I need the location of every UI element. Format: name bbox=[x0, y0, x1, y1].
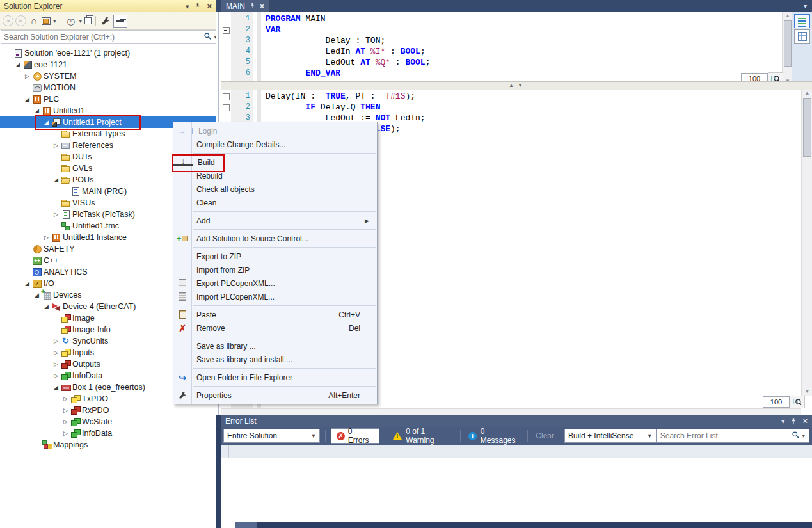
menu-item-save-as-library-and-install[interactable]: Save as library and install ... bbox=[173, 353, 377, 366]
expander-collapsed-icon[interactable]: ▷ bbox=[52, 349, 60, 356]
menu-item-add-solution-to-source-control[interactable]: +Add Solution to Source Control... bbox=[173, 232, 377, 245]
tree-item-untitled1[interactable]: ◢Untitled1 bbox=[0, 105, 216, 116]
tree-item-eoe-1121[interactable]: ◢eoe-1121 bbox=[0, 59, 216, 70]
code-line[interactable]: 1Delay(IN := TRUE, PT := T#1S); bbox=[221, 91, 812, 102]
forward-icon[interactable]: ▸ bbox=[15, 15, 26, 26]
code-line[interactable]: 2VAR bbox=[221, 24, 812, 35]
search-solution-explorer-input[interactable]: Search Solution Explorer (Ctrl+;) ▾ bbox=[1, 30, 221, 44]
tree-item-wcstate[interactable]: ▷WcState bbox=[0, 416, 216, 428]
tree-item-solution-eoe-1121-1-project[interactable]: Solution 'eoe-1121' (1 project) bbox=[0, 47, 216, 59]
dropdown-icon[interactable]: ▾ bbox=[53, 18, 56, 24]
expander-collapsed-icon[interactable]: ▷ bbox=[61, 396, 70, 402]
code-line[interactable]: 3 Delay : TON; bbox=[221, 35, 812, 46]
search-dropdown-icon[interactable]: ▾ bbox=[802, 433, 805, 439]
expander-collapsed-icon[interactable]: ▷ bbox=[52, 372, 60, 379]
menu-item-import-from-zip[interactable]: Import from ZIP bbox=[173, 263, 377, 276]
expander-expanded-icon[interactable]: ◢ bbox=[52, 177, 60, 183]
code-line[interactable]: 5 LedOut AT %Q* : BOOL; bbox=[221, 57, 812, 68]
expander-collapsed-icon[interactable]: ▷ bbox=[61, 407, 70, 413]
expander-expanded-icon[interactable]: ◢ bbox=[42, 119, 51, 125]
search-icon[interactable] bbox=[203, 32, 212, 42]
clear-button[interactable]: Clear bbox=[536, 431, 554, 440]
code-line[interactable]: 4 LedIn AT %I* : BOOL; bbox=[221, 46, 812, 57]
menu-item-export-plcopenxml[interactable]: Export PLCopenXML... bbox=[173, 276, 377, 290]
tree-item-system[interactable]: ▷SYSTEM bbox=[0, 70, 216, 82]
pin-icon[interactable] bbox=[195, 3, 201, 10]
close-icon[interactable]: × bbox=[207, 3, 212, 10]
tree-item-mappings[interactable]: Mappings bbox=[0, 439, 216, 451]
menu-item-properties[interactable]: PropertiesAlt+Enter bbox=[173, 388, 377, 402]
code-line[interactable]: 2 IF Delay.Q THEN bbox=[221, 102, 812, 113]
search-error-list-input[interactable]: Search Error List ▾ bbox=[657, 429, 809, 443]
scrollbar-thumb[interactable] bbox=[803, 98, 811, 157]
expander-collapsed-icon[interactable]: ▷ bbox=[52, 142, 60, 148]
menu-item-login[interactable]: →Login bbox=[173, 124, 377, 138]
window-dropdown-icon[interactable]: ▾ bbox=[186, 3, 189, 10]
expander-collapsed-icon[interactable]: ▷ bbox=[61, 419, 70, 425]
errors-filter-button[interactable]: ✗ 0 Errors bbox=[331, 428, 379, 444]
menu-item-compile-change-details[interactable]: Compile Change Details... bbox=[173, 138, 377, 151]
menu-item-save-as-library[interactable]: Save as library ... bbox=[173, 339, 377, 353]
editor-declaration-pane[interactable]: 1PROGRAM MAIN2VAR3 Delay : TON;4 LedIn A… bbox=[221, 12, 812, 81]
tab-main[interactable]: MAIN × bbox=[221, 0, 269, 12]
splitter-down-icon[interactable]: ▼ bbox=[518, 83, 523, 88]
menu-item-import-plcopenxml[interactable]: Import PLCopenXML... bbox=[173, 290, 377, 303]
expander-collapsed-icon[interactable]: ▷ bbox=[52, 211, 60, 218]
expander-expanded-icon[interactable]: ◢ bbox=[52, 384, 60, 390]
expander-collapsed-icon[interactable]: ▷ bbox=[42, 234, 51, 241]
window-dropdown-icon[interactable]: ▾ bbox=[781, 418, 785, 424]
search-icon[interactable] bbox=[792, 431, 800, 441]
menu-item-export-to-zip[interactable]: Export to ZIP bbox=[173, 250, 377, 263]
table-view-button[interactable] bbox=[794, 29, 810, 44]
zoom-magnifier-icon[interactable] bbox=[790, 396, 805, 408]
menu-item-open-folder-in-file-explorer[interactable]: ↪Open Folder in File Explorer bbox=[173, 371, 377, 384]
code-line[interactable]: 6 END_VAR bbox=[221, 68, 812, 79]
splitter-up-icon[interactable]: ▲ bbox=[509, 83, 514, 88]
zoom-level-input[interactable]: 100 bbox=[763, 396, 790, 408]
expander-expanded-icon[interactable]: ◢ bbox=[23, 96, 31, 102]
scroll-down-icon[interactable]: ▼ bbox=[802, 388, 812, 396]
menu-item-remove[interactable]: ✗RemoveDel bbox=[173, 321, 377, 335]
implementation-vertical-scrollbar[interactable]: ▲ ▼ bbox=[801, 90, 812, 396]
build-filter-dropdown[interactable]: Build + IntelliSense ▼ bbox=[564, 429, 657, 443]
expander-collapsed-icon[interactable]: ▷ bbox=[52, 338, 60, 344]
pin-icon[interactable] bbox=[250, 3, 255, 10]
tree-item-rxpdo[interactable]: ▷RxPDO bbox=[0, 404, 216, 416]
messages-filter-button[interactable]: i 0 Messages bbox=[466, 427, 522, 445]
code-line[interactable]: 1PROGRAM MAIN bbox=[221, 13, 812, 24]
scroll-up-icon[interactable]: ▲ bbox=[802, 90, 812, 97]
tree-item-plc[interactable]: ◢PLC bbox=[0, 93, 216, 105]
text-view-button[interactable] bbox=[794, 14, 810, 28]
warnings-filter-button[interactable]: 0 of 1 Warning bbox=[390, 427, 455, 445]
expander-collapsed-icon[interactable]: ▷ bbox=[23, 73, 31, 79]
expander-expanded-icon[interactable]: ◢ bbox=[23, 280, 31, 287]
menu-item-paste[interactable]: PasteCtrl+V bbox=[173, 308, 377, 321]
scrollbar-thumb[interactable] bbox=[784, 20, 792, 67]
home-icon[interactable] bbox=[28, 15, 40, 27]
back-icon[interactable]: ◂ bbox=[3, 15, 13, 26]
expander-expanded-icon[interactable]: ◢ bbox=[42, 303, 51, 310]
close-icon[interactable]: × bbox=[802, 418, 808, 424]
expander-expanded-icon[interactable]: ◢ bbox=[33, 108, 41, 114]
tree-item-infodata[interactable]: ▷InfoData bbox=[0, 428, 216, 439]
menu-item-rebuild[interactable]: Rebuild bbox=[173, 169, 377, 182]
expander-collapsed-icon[interactable]: ▷ bbox=[52, 361, 60, 367]
menu-item-check-all-objects[interactable]: Check all objects bbox=[173, 182, 377, 196]
sync-active-document-icon[interactable] bbox=[84, 17, 92, 24]
expander-expanded-icon[interactable]: ◢ bbox=[13, 61, 22, 68]
tree-item-motion[interactable]: MOTION bbox=[0, 82, 216, 93]
pending-changes-icon[interactable] bbox=[65, 15, 77, 27]
menu-item-clean[interactable]: Clean bbox=[173, 196, 377, 209]
close-icon[interactable]: × bbox=[260, 2, 264, 11]
expander-collapsed-icon[interactable]: ▷ bbox=[61, 430, 70, 436]
dropdown-icon[interactable]: ▾ bbox=[79, 18, 83, 24]
switch-views-icon[interactable] bbox=[42, 17, 51, 25]
preview-selected-items-icon[interactable] bbox=[113, 15, 127, 28]
properties-icon[interactable] bbox=[100, 15, 111, 27]
bottom-horizontal-scrollbar[interactable] bbox=[235, 522, 812, 528]
menu-item-add[interactable]: Add▶ bbox=[173, 214, 377, 227]
expander-expanded-icon[interactable]: ◢ bbox=[33, 292, 41, 298]
scope-dropdown[interactable]: Entire Solution ▼ bbox=[223, 429, 320, 443]
pin-icon[interactable] bbox=[790, 417, 797, 425]
menu-item-build[interactable]: ↓Build bbox=[173, 156, 377, 169]
